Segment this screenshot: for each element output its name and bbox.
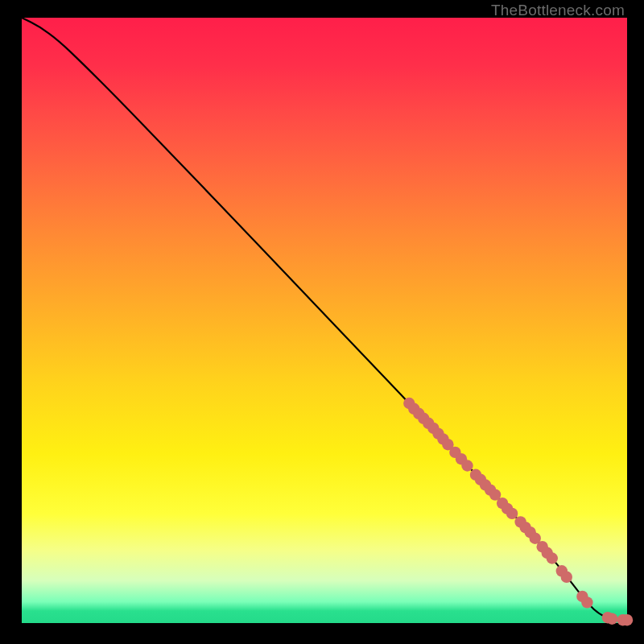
chart-data-point (581, 597, 592, 608)
chart-data-point (461, 460, 473, 471)
chart-data-point (506, 508, 518, 519)
chart-data-point (606, 613, 617, 625)
chart-data-point (547, 552, 558, 564)
chart-data-point (561, 572, 572, 583)
chart-curve-line (22, 18, 627, 620)
chart-overlay (22, 18, 627, 623)
chart-data-point (621, 614, 633, 625)
chart-marker-group (403, 398, 633, 626)
chart-frame (22, 18, 627, 623)
watermark-text: TheBottleneck.com (491, 2, 625, 19)
